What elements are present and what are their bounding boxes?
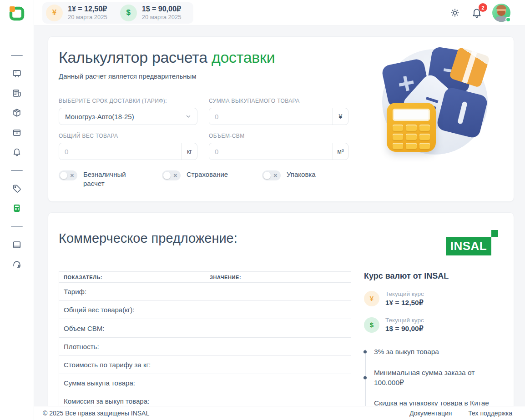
packaging-toggle-label: Упаковка bbox=[287, 170, 316, 179]
title-main: Калькулятор расчета bbox=[59, 49, 212, 66]
calculator-keys bbox=[393, 125, 430, 149]
offer-body: ПОКАЗАТЕЛЬ: ЗНАЧЕНИЕ: Тариф: Общий вес т… bbox=[59, 271, 514, 420]
cashless-toggle[interactable]: ✕ bbox=[59, 170, 77, 180]
insurance-toggle-item: ✕ Страхование bbox=[162, 170, 262, 188]
yuan-rate-date: 20 марта 2025 bbox=[68, 14, 107, 21]
tag-icon bbox=[12, 184, 22, 194]
sidebar bbox=[0, 0, 34, 420]
app-logo[interactable] bbox=[8, 5, 25, 22]
offer-title: Коммерческое предложение: bbox=[59, 231, 514, 246]
insal-logo-text: INSAL bbox=[450, 239, 487, 253]
table-row: Тариф: bbox=[59, 283, 351, 301]
support-link[interactable]: Тех поддержка bbox=[468, 410, 512, 417]
panel-yuan-rate: ¥ Текущий курс 1¥ = 12,50₽ bbox=[364, 290, 514, 307]
archive-icon bbox=[12, 127, 22, 137]
row-value bbox=[205, 301, 351, 319]
sidebar-item-archive[interactable] bbox=[8, 124, 25, 141]
row-label: Тариф: bbox=[59, 283, 205, 301]
calculator-icon bbox=[12, 203, 22, 213]
copyright-text: © 2025 Все права защищены INSAL bbox=[43, 410, 149, 417]
bell-icon bbox=[12, 147, 22, 157]
note-item: Минимальная сумма заказа от 100.000₽ bbox=[374, 368, 495, 387]
nav-divider bbox=[11, 226, 23, 227]
page-footer: © 2025 Все права защищены INSAL Документ… bbox=[34, 406, 525, 420]
tariff-label: ВЫБЕРИТЕ СРОК ДОСТАВКИ (ТАРИФ): bbox=[59, 98, 197, 104]
table-header-value: ЗНАЧЕНИЕ: bbox=[205, 272, 351, 283]
table-row: Объем СВМ: bbox=[59, 319, 351, 337]
tariff-select[interactable]: Моногруз-Авто(18-25) bbox=[59, 108, 197, 125]
usd-rate-date: 20 марта 2025 bbox=[142, 14, 182, 21]
packaging-toggle[interactable]: ✕ bbox=[262, 170, 281, 180]
documentation-link[interactable]: Документация bbox=[409, 410, 452, 417]
row-label: Общий вес товара(кг): bbox=[59, 301, 205, 319]
tariff-select-value: Моногруз-Авто(18-25) bbox=[65, 113, 134, 120]
dollar-icon: $ bbox=[120, 5, 137, 21]
packaging-toggle-item: ✕ Упаковка bbox=[262, 170, 316, 188]
dashboard-icon bbox=[12, 69, 22, 79]
cashless-toggle-item: ✕ Безналичный расчет bbox=[59, 170, 162, 188]
rate-caption: Текущий курс bbox=[385, 316, 424, 325]
nav-divider bbox=[11, 55, 23, 56]
sidebar-nav bbox=[8, 48, 25, 275]
currency-rates: ¥ 1¥ = 12,50₽ 20 марта 2025 $ 1$ = 90,00… bbox=[42, 2, 193, 24]
row-label: Стоимость по тарифу за кг: bbox=[59, 355, 205, 374]
offer-card: Коммерческое предложение: INSAL ПОКАЗАТЕ… bbox=[48, 212, 514, 420]
row-label: Плотность: bbox=[59, 337, 205, 355]
cashless-toggle-label: Безналичный расчет bbox=[83, 170, 131, 188]
volume-input[interactable] bbox=[209, 143, 333, 160]
weight-label: ОБЩИЙ ВЕС ТОВАРА bbox=[59, 133, 197, 139]
row-value bbox=[205, 374, 351, 392]
sidebar-item-news[interactable] bbox=[8, 85, 25, 102]
rate-value: 1¥ = 12,50₽ bbox=[385, 298, 424, 307]
offer-table: ПОКАЗАТЕЛЬ: ЗНАЧЕНИЕ: Тариф: Общий вес т… bbox=[59, 271, 351, 420]
rate-value: 1$ = 90,00₽ bbox=[385, 324, 424, 333]
user-avatar[interactable] bbox=[492, 4, 510, 22]
sidebar-item-notifications[interactable] bbox=[8, 143, 25, 160]
online-status-dot bbox=[505, 17, 511, 22]
insal-logo: INSAL bbox=[446, 237, 491, 255]
usd-rate-chip: $ 1$ = 90,00₽ 20 марта 2025 bbox=[120, 5, 182, 21]
book-icon bbox=[12, 240, 22, 250]
weight-input-group: кг bbox=[59, 143, 197, 160]
sum-input[interactable] bbox=[209, 108, 333, 125]
sidebar-item-dashboard[interactable] bbox=[8, 65, 25, 82]
yuan-icon: ¥ bbox=[364, 291, 379, 306]
table-header-row: ПОКАЗАТЕЛЬ: ЗНАЧЕНИЕ: bbox=[59, 272, 351, 283]
sidebar-item-docs[interactable] bbox=[8, 236, 25, 254]
insurance-toggle[interactable]: ✕ bbox=[162, 170, 181, 180]
logo-icon bbox=[8, 5, 25, 22]
volume-unit: м³ bbox=[333, 143, 348, 160]
sum-input-group: ¥ bbox=[209, 108, 348, 125]
package-icon bbox=[12, 108, 22, 118]
toggle-options: ✕ Безналичный расчет ✕ Страхование ✕ Упа… bbox=[59, 170, 514, 188]
yuan-icon: ¥ bbox=[46, 5, 63, 21]
sum-unit: ¥ bbox=[333, 108, 348, 125]
calculator-3d bbox=[387, 103, 436, 152]
usd-rate-value: 1$ = 90,00₽ bbox=[142, 5, 182, 14]
sidebar-item-support[interactable] bbox=[8, 256, 25, 273]
calculator-illustration: + − = bbox=[382, 49, 488, 155]
volume-label: ОБЪЕМ-СВМ bbox=[209, 133, 348, 139]
weight-unit: кг bbox=[182, 143, 197, 160]
notifications-button[interactable]: 2 bbox=[470, 6, 483, 19]
table-row: Общий вес товара(кг): bbox=[59, 301, 351, 319]
row-label: Объем СВМ: bbox=[59, 319, 205, 337]
chevron-down-icon bbox=[185, 113, 192, 120]
row-value bbox=[205, 319, 351, 337]
weight-input[interactable] bbox=[59, 143, 182, 160]
row-value bbox=[205, 355, 351, 374]
sum-label: СУММА ВЫКУПАЕМОГО ТОВАРА bbox=[209, 98, 348, 104]
notification-badge: 2 bbox=[479, 3, 487, 12]
theme-toggle-button[interactable] bbox=[449, 6, 461, 19]
table-row: Стоимость по тарифу за кг: bbox=[59, 355, 351, 374]
sidebar-item-calculator[interactable] bbox=[8, 200, 25, 217]
insurance-toggle-label: Страхование bbox=[187, 170, 228, 179]
yuan-rate-value: 1¥ = 12,50₽ bbox=[68, 5, 107, 14]
sidebar-item-tags[interactable] bbox=[8, 180, 25, 197]
table-header-indicator: ПОКАЗАТЕЛЬ: bbox=[59, 272, 205, 283]
yuan-rate-chip: ¥ 1¥ = 12,50₽ 20 марта 2025 bbox=[46, 5, 107, 21]
row-value bbox=[205, 337, 351, 355]
sidebar-item-packages[interactable] bbox=[8, 104, 25, 121]
table-row: Плотность: bbox=[59, 337, 351, 355]
title-accent: доставки bbox=[212, 49, 275, 66]
